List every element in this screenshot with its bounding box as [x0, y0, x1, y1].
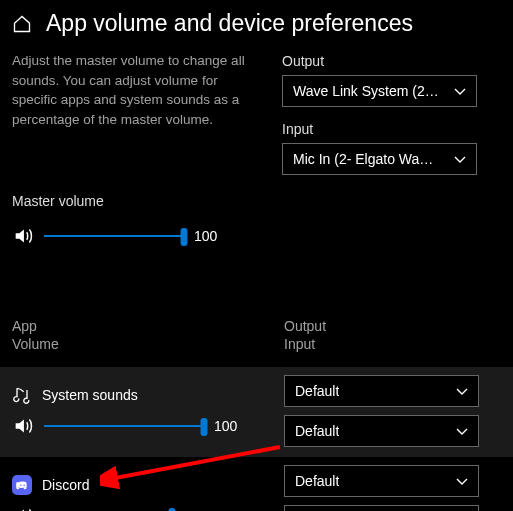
column-header-app: App	[12, 317, 284, 335]
discord-icon	[12, 475, 32, 495]
column-header-volume: Volume	[12, 335, 284, 353]
chevron-down-icon	[456, 385, 468, 397]
system-output-select[interactable]: Default	[284, 375, 479, 407]
output-device-select[interactable]: Wave Link System (2…	[282, 75, 477, 107]
input-device-value: Mic In (2- Elgato Wa…	[293, 151, 433, 167]
speaker-icon[interactable]	[12, 505, 34, 511]
discord-output-select[interactable]: Default	[284, 465, 479, 497]
speaker-icon[interactable]	[12, 415, 34, 437]
column-header-input: Input	[284, 335, 326, 353]
app-name: System sounds	[42, 387, 138, 403]
system-volume-value: 100	[214, 418, 242, 434]
input-device-select[interactable]: Mic In (2- Elgato Wa…	[282, 143, 477, 175]
discord-volume-slider[interactable]	[44, 506, 204, 511]
chevron-down-icon	[456, 475, 468, 487]
chevron-down-icon	[456, 425, 468, 437]
app-name: Discord	[42, 477, 89, 493]
discord-output-value: Default	[295, 473, 339, 489]
system-input-select[interactable]: Default	[284, 415, 479, 447]
output-device-value: Wave Link System (2…	[293, 83, 439, 99]
output-label: Output	[282, 53, 501, 69]
system-volume-slider[interactable]	[44, 416, 204, 436]
input-label: Input	[282, 121, 501, 137]
master-volume-value: 100	[194, 228, 222, 244]
page-title: App volume and device preferences	[46, 10, 413, 37]
speaker-icon[interactable]	[12, 225, 34, 247]
chevron-down-icon	[454, 85, 466, 97]
app-row-discord: Discord 80 Default Default	[0, 457, 513, 511]
home-icon[interactable]	[12, 14, 32, 34]
description-text: Adjust the master volume to change all s…	[12, 51, 262, 175]
discord-input-select[interactable]: Default	[284, 505, 479, 511]
master-volume-label: Master volume	[12, 193, 501, 209]
master-volume-slider[interactable]	[44, 226, 184, 246]
app-row-system-sounds: System sounds 100 Default Default	[0, 367, 513, 457]
column-header-output: Output	[284, 317, 326, 335]
system-output-value: Default	[295, 383, 339, 399]
system-input-value: Default	[295, 423, 339, 439]
system-sounds-icon	[12, 385, 32, 405]
chevron-down-icon	[454, 153, 466, 165]
